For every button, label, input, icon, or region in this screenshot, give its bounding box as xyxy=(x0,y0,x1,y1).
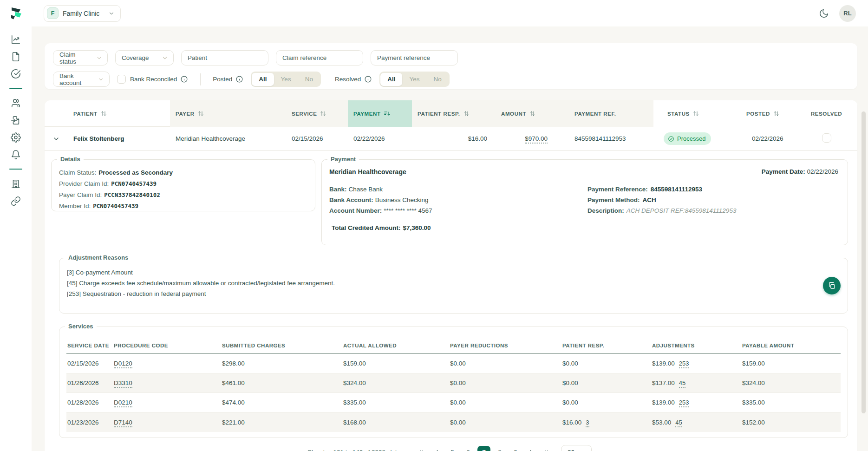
adjustment-code-chip[interactable]: 3 xyxy=(586,419,589,427)
gear-icon xyxy=(11,132,21,143)
coverage-select[interactable]: Coverage xyxy=(115,50,174,65)
member-id-label: Member Id: xyxy=(59,203,91,209)
services-panel: Services SERVICE DATE PROCEDURE CODE SUB… xyxy=(59,327,848,438)
col-header-status[interactable]: STATUS xyxy=(653,100,732,127)
bank-reconciled-checkbox[interactable] xyxy=(117,75,126,84)
pagination-summary: Showing 121 to 140 of 2308 claims xyxy=(307,449,405,451)
bell-icon xyxy=(11,150,21,160)
adjustment-code-chip[interactable]: 253 xyxy=(679,399,689,407)
resolved-checkbox[interactable] xyxy=(822,133,831,143)
copy-button[interactable] xyxy=(823,277,841,294)
adjustments: $53.0045 xyxy=(651,419,741,426)
procedure-code: D7140 xyxy=(113,419,221,426)
claim-resolved xyxy=(796,133,857,144)
line-chart-icon xyxy=(11,34,21,45)
chevron-down-icon xyxy=(52,135,60,143)
check-circle-icon xyxy=(668,136,674,142)
sidebar-item-claims[interactable] xyxy=(7,48,25,65)
adjustment-reasons-panel: Adjustment Reasons [3] Co-payment Amount… xyxy=(59,258,848,314)
page-size-select[interactable]: 20 xyxy=(561,445,592,451)
claim-reference-filter-input[interactable] xyxy=(276,50,363,65)
service-row: 01/26/2026 D3310 $461.00 $324.00 $0.00 $… xyxy=(66,373,841,393)
adjustment-code-chip[interactable]: 45 xyxy=(679,379,685,388)
svc-col-service-date: SERVICE DATE xyxy=(66,343,113,348)
sidebar-item-organization[interactable] xyxy=(7,175,25,192)
adjustment-code-chip[interactable]: 45 xyxy=(675,419,682,427)
sidebar-item-approvals[interactable] xyxy=(7,65,25,82)
account-number-value: **** **** **** 4567 xyxy=(384,207,432,214)
posted-toggle-yes[interactable]: Yes xyxy=(274,73,298,86)
next-page-button[interactable] xyxy=(525,446,538,451)
adjustments: $139.00253 xyxy=(651,360,741,367)
provider-claim-id-value: PCN0740457439 xyxy=(111,180,157,187)
claim-status-label: Claim Status: xyxy=(59,169,96,176)
description-label: Description: xyxy=(587,207,624,214)
chevron-right-icon xyxy=(528,449,535,451)
page-button-7-current[interactable]: 7 xyxy=(477,446,490,451)
actual-allowed: $159.00 xyxy=(342,360,449,367)
page-size-value: 20 xyxy=(568,449,574,451)
sidebar-item-import[interactable] xyxy=(7,111,25,129)
total-credited-label: Total Credited Amount: xyxy=(332,224,401,231)
check-circle-icon xyxy=(11,69,21,79)
double-chevron-right-icon xyxy=(543,449,551,451)
col-header-amount[interactable]: AMOUNT xyxy=(496,100,556,127)
claims-table-header: PATIENT PAYER SERVICE PAYMENT PATIENT RE… xyxy=(45,100,857,127)
payment-reference-label: Payment Reference: xyxy=(587,186,648,193)
claim-posted-date: 02/22/2026 xyxy=(732,135,796,142)
adjustment-code-chip[interactable]: 253 xyxy=(679,360,689,368)
payable-amount: $335.00 xyxy=(741,399,841,406)
col-header-patient-resp[interactable]: PATIENT RESP. xyxy=(412,100,496,127)
svc-col-actual-allowed: ACTUAL ALLOWED xyxy=(342,343,449,348)
sidebar-item-patients[interactable] xyxy=(7,94,25,111)
page-button-5[interactable]: 5 xyxy=(446,446,459,451)
description-value: ACH DEPOSIT REF:845598141112953 xyxy=(627,207,737,214)
col-header-payment-ref: PAYMENT REF. xyxy=(556,100,653,127)
info-icon[interactable] xyxy=(180,75,188,83)
patient-resp: $0.00 xyxy=(561,399,651,406)
posted-toggle-no[interactable]: No xyxy=(298,73,320,86)
col-header-posted[interactable]: POSTED xyxy=(732,100,796,127)
resolved-toggle-no[interactable]: No xyxy=(426,73,448,86)
svc-col-submitted-charges: SUBMITTED CHARGES xyxy=(221,343,342,348)
col-header-service[interactable]: SERVICE xyxy=(286,100,348,127)
claim-status-value: Processed as Secondary xyxy=(98,169,173,176)
patient-filter-input[interactable] xyxy=(181,50,268,65)
resolved-toggle-all[interactable]: All xyxy=(380,73,402,86)
page-button-9[interactable]: 9 xyxy=(509,446,522,451)
row-expander[interactable] xyxy=(45,135,68,143)
resolved-toggle-yes[interactable]: Yes xyxy=(402,73,426,86)
chevron-down-icon xyxy=(98,76,104,83)
sidebar-divider xyxy=(9,88,22,89)
posted-toggle-all[interactable]: All xyxy=(252,73,274,86)
page-button-6[interactable]: 6 xyxy=(462,446,475,451)
sidebar-item-notifications[interactable] xyxy=(7,146,25,163)
user-avatar[interactable]: RL xyxy=(839,5,856,22)
bank-value: Chase Bank xyxy=(349,186,383,193)
services-table-header: SERVICE DATE PROCEDURE CODE SUBMITTED CH… xyxy=(66,337,841,354)
first-page-button[interactable] xyxy=(414,446,427,451)
sidebar-nav xyxy=(0,26,32,451)
adjustment-reason-item: [3] Co-payment Amount xyxy=(67,269,815,275)
claim-row[interactable]: Felix Stoltenberg Meridian Healthcoverag… xyxy=(45,127,857,151)
col-header-payer[interactable]: PAYER xyxy=(170,100,286,127)
page-button-8[interactable]: 8 xyxy=(493,446,506,451)
bank-account-select[interactable]: Bank account xyxy=(53,72,110,87)
claim-status-select[interactable]: Claim status xyxy=(53,50,108,65)
sidebar-item-settings[interactable] xyxy=(7,129,25,146)
payment-reference-filter-input[interactable] xyxy=(371,50,458,65)
prev-page-button[interactable] xyxy=(430,446,443,451)
info-icon[interactable] xyxy=(235,75,243,83)
claim-payment-ref: 845598141112953 xyxy=(556,135,653,142)
sidebar-item-integrations[interactable] xyxy=(7,192,25,209)
organization-selector[interactable]: F Family Clinic xyxy=(44,5,121,22)
vertical-scrollbar[interactable] xyxy=(861,111,866,413)
svc-col-payable-amount: PAYABLE AMOUNT xyxy=(741,343,841,348)
claim-amount: $970.00 xyxy=(496,135,556,142)
sidebar-item-analytics[interactable] xyxy=(7,31,25,48)
info-icon[interactable] xyxy=(364,75,372,83)
last-page-button[interactable] xyxy=(541,446,554,451)
col-header-patient[interactable]: PATIENT xyxy=(68,100,170,127)
dark-mode-toggle[interactable] xyxy=(816,6,832,21)
col-header-payment[interactable]: PAYMENT xyxy=(348,100,412,127)
